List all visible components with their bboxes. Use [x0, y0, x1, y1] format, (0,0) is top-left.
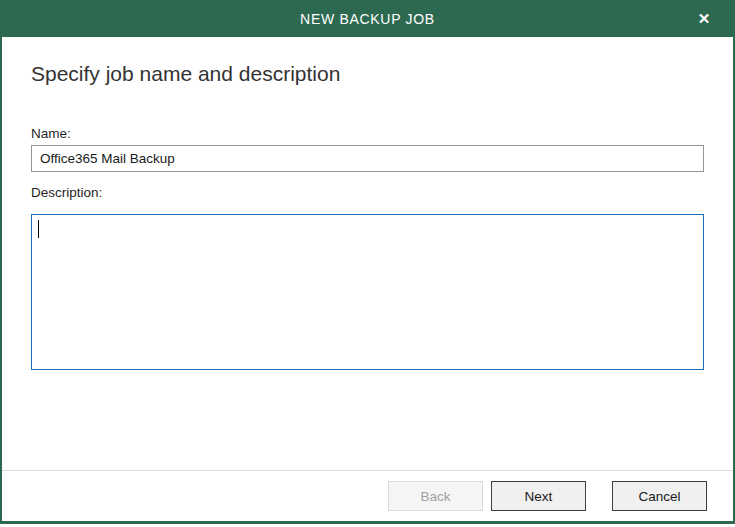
dialog-footer: Back Next Cancel	[2, 470, 733, 521]
description-field-wrap	[31, 214, 704, 370]
new-backup-job-dialog: NEW BACKUP JOB ✕ Specify job name and de…	[0, 0, 735, 524]
job-description-textarea[interactable]	[31, 214, 704, 370]
page-title: Specify job name and description	[31, 62, 704, 86]
dialog-title: NEW BACKUP JOB	[300, 11, 435, 27]
titlebar: NEW BACKUP JOB ✕	[0, 0, 735, 37]
job-name-input[interactable]	[31, 145, 704, 172]
name-label: Name:	[31, 126, 704, 141]
dialog-content: Specify job name and description Name: D…	[2, 62, 733, 370]
description-label: Description:	[31, 185, 704, 200]
text-caret	[38, 220, 39, 238]
close-icon[interactable]: ✕	[689, 0, 719, 37]
cancel-button[interactable]: Cancel	[612, 481, 707, 511]
next-button[interactable]: Next	[491, 481, 586, 511]
back-button: Back	[388, 481, 483, 511]
